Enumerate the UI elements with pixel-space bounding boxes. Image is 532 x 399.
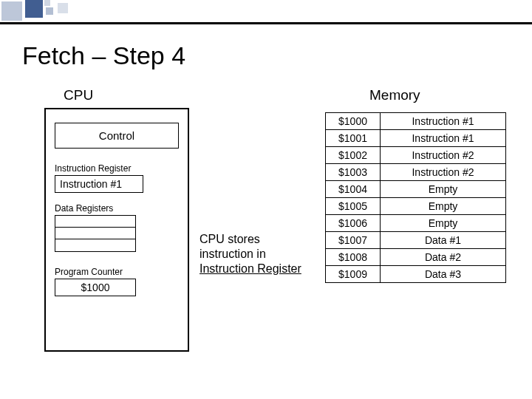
annotation-line-1: CPU stores (200, 233, 260, 245)
memory-address: $1000 (326, 113, 381, 130)
control-unit: Control (55, 123, 179, 149)
memory-row: $1004Empty (326, 181, 506, 198)
memory-address: $1001 (326, 130, 381, 147)
memory-address: $1006 (326, 215, 381, 232)
memory-row: $1005Empty (326, 198, 506, 215)
memory-value: Instruction #1 (381, 130, 506, 147)
annotation-line-2: instruction in (200, 248, 266, 260)
memory-address: $1007 (326, 232, 381, 249)
memory-address: $1005 (326, 198, 381, 215)
memory-address: $1004 (326, 181, 381, 198)
memory-value: Instruction #1 (381, 113, 506, 130)
slide-decoration (0, 0, 133, 22)
memory-address: $1002 (326, 147, 381, 164)
title-rule (0, 22, 532, 24)
data-registers (55, 215, 136, 252)
cpu-box: Control Instruction Register Instruction… (44, 108, 189, 352)
memory-value: Empty (381, 181, 506, 198)
memory-value: Empty (381, 198, 506, 215)
slide-title: Fetch – Step 4 (22, 41, 185, 70)
memory-value: Instruction #2 (381, 164, 506, 181)
memory-address: $1008 (326, 249, 381, 266)
memory-value: Instruction #2 (381, 147, 506, 164)
program-counter-label: Program Counter (55, 267, 179, 277)
memory-table: $1000Instruction #1$1001Instruction #1$1… (325, 112, 506, 283)
memory-row: $1007Data #1 (326, 232, 506, 249)
memory-value: Data #2 (381, 249, 506, 266)
memory-address: $1009 (326, 266, 381, 283)
memory-value: Data #1 (381, 232, 506, 249)
data-registers-label: Data Registers (55, 203, 179, 214)
memory-row: $1000Instruction #1 (326, 113, 506, 130)
memory-heading: Memory (369, 87, 420, 103)
annotation-line-3: Instruction Register (200, 262, 301, 275)
memory-row: $1008Data #2 (326, 249, 506, 266)
instruction-register-label: Instruction Register (55, 163, 179, 174)
memory-address: $1003 (326, 164, 381, 181)
memory-row: $1002Instruction #2 (326, 147, 506, 164)
memory-value: Empty (381, 215, 506, 232)
cpu-heading: CPU (64, 87, 93, 103)
program-counter-value: $1000 (55, 279, 136, 296)
memory-value: Data #3 (381, 266, 506, 283)
annotation-text: CPU stores instruction in Instruction Re… (200, 232, 301, 276)
memory-row: $1001Instruction #1 (326, 130, 506, 147)
memory-row: $1009Data #3 (326, 266, 506, 283)
memory-row: $1003Instruction #2 (326, 164, 506, 181)
instruction-register-value: Instruction #1 (55, 175, 143, 193)
memory-row: $1006Empty (326, 215, 506, 232)
